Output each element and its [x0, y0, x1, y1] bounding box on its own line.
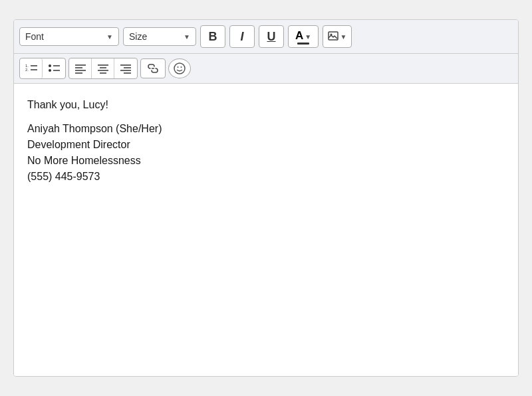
- svg-point-22: [174, 63, 185, 74]
- align-center-button[interactable]: [92, 58, 114, 78]
- image-icon: [328, 31, 340, 42]
- font-select[interactable]: Font ▼: [19, 27, 119, 46]
- align-right-button[interactable]: [114, 58, 137, 78]
- svg-text:2.: 2.: [25, 68, 29, 72]
- bold-icon: B: [209, 30, 217, 44]
- text-color-button[interactable]: A ▼: [288, 25, 319, 48]
- color-chevron-icon: ▼: [305, 33, 311, 41]
- svg-point-6: [49, 64, 51, 67]
- name-text: Aniyah Thompson (She/Her): [27, 123, 162, 134]
- link-icon: [146, 64, 160, 73]
- size-select-chevron-icon: ▼: [184, 33, 190, 41]
- title-text: Development Director: [27, 139, 130, 150]
- greeting-line: Thank you, Lucy!: [27, 97, 505, 113]
- align-left-button[interactable]: [69, 58, 92, 78]
- svg-point-24: [181, 66, 182, 68]
- image-button[interactable]: ▼: [323, 25, 352, 48]
- size-select-label: Size: [129, 31, 147, 42]
- size-select[interactable]: Size ▼: [123, 27, 196, 46]
- align-right-icon: [120, 63, 132, 74]
- emoji-icon: [174, 62, 186, 74]
- greeting-text: Thank you, Lucy!: [27, 99, 108, 110]
- bold-button[interactable]: B: [200, 25, 225, 48]
- name-line: Aniyah Thompson (She/Her): [27, 121, 505, 137]
- unordered-list-icon: [47, 62, 61, 74]
- align-left-icon: [74, 63, 86, 74]
- alignment-buttons-group: [68, 58, 138, 79]
- image-chevron-icon: ▼: [340, 33, 347, 41]
- svg-point-7: [49, 69, 51, 72]
- unordered-list-button[interactable]: [43, 58, 65, 78]
- toolbar-row-2: 1. 2.: [14, 54, 518, 84]
- ordered-list-icon: 1. 2.: [25, 62, 38, 74]
- phone-line: (555) 445-9573: [27, 169, 505, 185]
- ordered-list-button[interactable]: 1. 2.: [20, 58, 43, 78]
- toolbar-row-1: Font ▼ Size ▼ B I U A ▼ ▼: [14, 20, 518, 54]
- list-buttons-group: 1. 2.: [19, 58, 66, 79]
- align-center-icon: [97, 63, 109, 74]
- emoji-button[interactable]: [168, 58, 191, 78]
- title-line: Development Director: [27, 137, 505, 153]
- rich-text-editor: Font ▼ Size ▼ B I U A ▼ ▼: [13, 19, 519, 377]
- org-line: No More Homelessness: [27, 153, 505, 169]
- italic-button[interactable]: I: [229, 25, 255, 48]
- underline-button[interactable]: U: [259, 25, 284, 48]
- color-bar-indicator: [297, 43, 309, 45]
- phone-text: (555) 445-9573: [27, 171, 100, 182]
- font-select-label: Font: [25, 31, 44, 42]
- font-select-chevron-icon: ▼: [106, 33, 113, 41]
- link-button[interactable]: [140, 58, 166, 78]
- org-text: No More Homelessness: [27, 155, 141, 166]
- underline-icon: U: [267, 30, 276, 44]
- editor-content-area[interactable]: Thank you, Lucy! Aniyah Thompson (She/He…: [14, 84, 518, 376]
- color-a-icon: A: [295, 30, 303, 44]
- svg-point-23: [178, 66, 179, 68]
- italic-icon: I: [240, 30, 243, 44]
